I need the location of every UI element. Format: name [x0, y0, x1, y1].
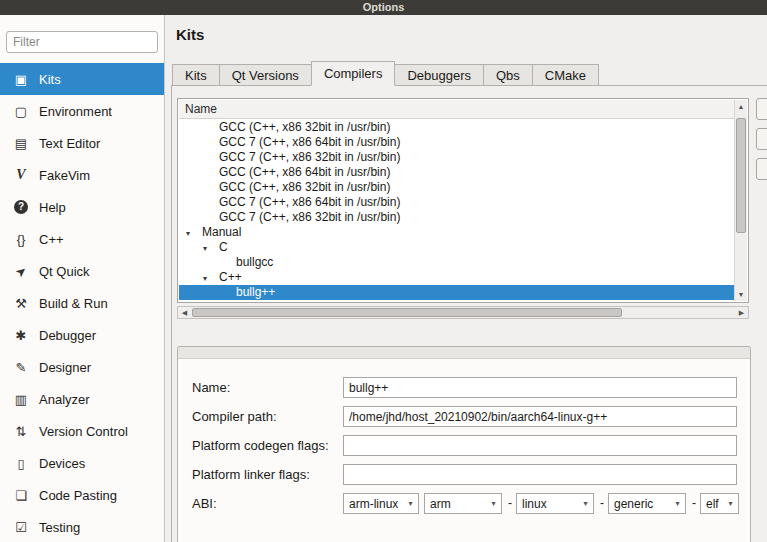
codegen-flags-input[interactable] [343, 435, 737, 456]
sidebar-item-text-editor[interactable]: ▤ Text Editor [0, 127, 164, 159]
sidebar-item-analyzer[interactable]: ▥ Analyzer [0, 383, 164, 415]
form-row-codegen-flags: Platform codegen flags: [178, 435, 750, 456]
sidebar-item-kits[interactable]: ▣ Kits [0, 63, 164, 95]
sidebar-item-version-control[interactable]: ⇅ Version Control [0, 415, 164, 447]
tree-row-label: GCC 7 (C++, x86 32bit in /usr/bin) [219, 210, 400, 224]
vertical-scrollbar-thumb[interactable] [736, 118, 746, 233]
code-pasting-icon: ❏ [12, 488, 30, 503]
codegen-flags-label: Platform codegen flags: [192, 435, 329, 456]
tab-page: Name GCC (C++, x86 32bit in /usr/bin) GC… [171, 85, 767, 542]
testing-icon: ☑ [12, 520, 30, 535]
tree-row[interactable]: GCC 7 (C++, x86 64bit in /usr/bin) [179, 135, 734, 150]
sidebar-item-designer[interactable]: ✎ Designer [0, 351, 164, 383]
tree-row-label: GCC (C++, x86 32bit in /usr/bin) [219, 180, 390, 194]
tree-row[interactable]: GCC (C++, x86 32bit in /usr/bin) [179, 120, 734, 135]
sidebar-item-build-run[interactable]: ⚒ Build & Run [0, 287, 164, 319]
sidebar-item-cpp[interactable]: {} C++ [0, 223, 164, 255]
abi-flavor-select[interactable]: generic ▾ [608, 493, 686, 514]
tab-cmake[interactable]: CMake [532, 64, 599, 86]
tab-qbs[interactable]: Qbs [483, 64, 533, 86]
sidebar-item-label: Help [39, 200, 66, 215]
tree-row[interactable]: GCC 7 (C++, x86 64bit in /usr/bin) [179, 195, 734, 210]
abi-arch-select[interactable]: arm ▾ [424, 493, 502, 514]
page-title: Kits [176, 26, 204, 43]
vertical-scrollbar[interactable]: ▲ ▼ [734, 100, 747, 301]
sidebar-item-qt-quick[interactable]: ➤ Qt Quick [0, 255, 164, 287]
sidebar: ▣ Kits ▢ Environment ▤ Text Editor V Fak… [0, 15, 165, 542]
sidebar-item-label: Code Pasting [39, 488, 117, 503]
window-titlebar: Options [0, 0, 767, 15]
tree-row[interactable]: ▾C++ [179, 270, 734, 285]
abi-format-select[interactable]: elf ▾ [700, 493, 739, 514]
window-title: Options [363, 1, 405, 13]
abi-arch-value: arm [430, 497, 451, 511]
filter-input[interactable] [6, 31, 158, 53]
tree-row-label: GCC 7 (C++, x86 32bit in /usr/bin) [219, 150, 400, 164]
abi-flavor-value: generic [614, 497, 653, 511]
sidebar-item-debugger[interactable]: ✱ Debugger [0, 319, 164, 351]
sidebar-item-code-pasting[interactable]: ❏ Code Pasting [0, 479, 164, 511]
tree-row-label: C++ [219, 270, 242, 284]
horizontal-scrollbar-thumb[interactable] [192, 308, 622, 317]
cutoff-button[interactable] [756, 98, 767, 120]
sidebar-item-label: Debugger [39, 328, 96, 343]
scroll-down-icon[interactable]: ▼ [735, 288, 747, 301]
devices-icon: ▯ [12, 456, 30, 471]
abi-os-select[interactable]: linux ▾ [516, 493, 594, 514]
abi-separator: - [692, 493, 696, 514]
help-icon: ? [14, 200, 28, 214]
expander-icon[interactable]: ▾ [203, 241, 219, 255]
scroll-left-icon[interactable]: ◀ [178, 307, 191, 318]
tree-row[interactable]: ▾C [179, 240, 734, 255]
tree-row-selected[interactable]: bullg++ [179, 285, 734, 300]
expander-icon[interactable]: ▾ [203, 271, 219, 285]
name-input[interactable] [343, 377, 737, 398]
compiler-path-input[interactable] [343, 406, 737, 427]
tree-row[interactable]: GCC 7 (C++, x86 32bit in /usr/bin) [179, 210, 734, 225]
abi-full-value: arm-linux [349, 497, 398, 511]
tree-row[interactable]: GCC (C++, x86 32bit in /usr/bin) [179, 180, 734, 195]
sidebar-item-label: Version Control [39, 424, 128, 439]
expander-icon[interactable]: ▾ [186, 226, 202, 240]
tab-compilers[interactable]: Compilers [311, 61, 396, 86]
abi-full-select[interactable]: arm-linux ▾ [343, 493, 419, 514]
sidebar-item-label: Kits [39, 72, 61, 87]
tab-qt-versions[interactable]: Qt Versions [219, 64, 312, 86]
scroll-up-icon[interactable]: ▲ [735, 100, 747, 113]
abi-os-value: linux [522, 497, 547, 511]
tree-column-header-name[interactable]: Name [179, 100, 734, 119]
cutoff-button[interactable] [756, 158, 767, 180]
sidebar-item-fakevim[interactable]: V FakeVim [0, 159, 164, 191]
analyzer-icon: ▥ [12, 392, 30, 407]
sidebar-item-environment[interactable]: ▢ Environment [0, 95, 164, 127]
tab-debuggers[interactable]: Debuggers [394, 64, 484, 86]
abi-label: ABI: [192, 493, 217, 514]
sidebar-item-label: Build & Run [39, 296, 108, 311]
tree-row[interactable]: bullgcc [179, 255, 734, 270]
scroll-right-icon[interactable]: ▶ [735, 307, 748, 318]
form-row-linker-flags: Platform linker flags: [178, 464, 750, 485]
compiler-path-label: Compiler path: [192, 406, 277, 427]
fakevim-icon: V [12, 167, 30, 183]
tab-kits[interactable]: Kits [172, 64, 220, 86]
compiler-details-panel: Name: Compiler path: Platform codegen fl… [177, 346, 751, 542]
horizontal-scrollbar[interactable]: ◀ ▶ [177, 306, 749, 319]
sidebar-item-label: Qt Quick [39, 264, 90, 279]
sidebar-item-devices[interactable]: ▯ Devices [0, 447, 164, 479]
sidebar-item-help[interactable]: ? Help [0, 191, 164, 223]
tree-row[interactable]: ▾Manual [179, 225, 734, 240]
cutoff-button[interactable] [756, 128, 767, 150]
form-row-name: Name: [178, 377, 750, 398]
tree-row-label: GCC 7 (C++, x86 64bit in /usr/bin) [219, 135, 400, 149]
details-panel-scrollbar[interactable] [178, 347, 750, 359]
compiler-tree: Name GCC (C++, x86 32bit in /usr/bin) GC… [177, 98, 749, 303]
sidebar-item-testing[interactable]: ☑ Testing [0, 511, 164, 542]
abi-format-value: elf [706, 497, 719, 511]
tree-row-label: Manual [202, 225, 241, 239]
tree-row[interactable]: GCC 7 (C++, x86 32bit in /usr/bin) [179, 150, 734, 165]
sidebar-item-label: Designer [39, 360, 91, 375]
tree-row[interactable]: GCC (C++, x86 64bit in /usr/bin) [179, 165, 734, 180]
linker-flags-input[interactable] [343, 464, 737, 485]
sidebar-item-label: Environment [39, 104, 112, 119]
cpp-icon: {} [12, 232, 30, 247]
